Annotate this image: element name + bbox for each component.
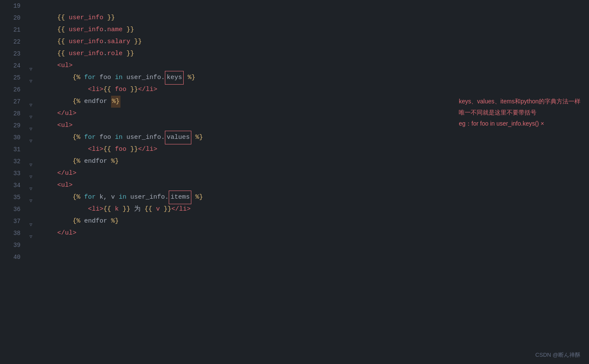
code-line-24: <ul> [42, 60, 589, 72]
code-line-29: <ul> [42, 120, 589, 132]
fold-icon[interactable]: ▽ [29, 219, 35, 224]
code-line-22: {{ user_info . salary }} [42, 36, 589, 48]
fold-icon[interactable]: ▽ [29, 159, 35, 164]
fold-icon[interactable]: ▽ [29, 231, 35, 236]
code-line-32: {% endfor %} [42, 156, 589, 167]
fold-icon[interactable]: ▽ [29, 183, 35, 188]
gutter: ▽ ▽ ▽ ▽ ▽ ▽ ▽ ▽ ▽ ▽ ▽ ▽ [26, 0, 38, 364]
fold-icon[interactable]: ▽ [29, 171, 35, 176]
fold-icon[interactable]: ▽ [29, 195, 35, 200]
keys-highlight: keys [165, 71, 184, 85]
fold-icon[interactable]: ▽ [29, 111, 35, 116]
values-highlight: values [165, 131, 191, 144]
line-numbers: 19 20 21 22 23 24 25 26 27 28 29 30 31 3… [0, 0, 26, 364]
code-line-31: <li> {{ foo }} </li> [42, 144, 589, 156]
code-line-30: {% for foo in user_info.values %} [42, 132, 589, 144]
code-line-33: </ul> [42, 167, 589, 179]
fold-icon[interactable]: ▽ [29, 135, 35, 140]
fold-icon[interactable]: ▽ [29, 75, 35, 80]
code-line-37: {% endfor %} [42, 215, 589, 227]
code-editor: 19 20 21 22 23 24 25 26 27 28 29 30 31 3… [0, 0, 589, 364]
code-area: {{ user_info }} {{ user_info . name }} {… [38, 0, 589, 364]
code-line-40 [42, 251, 589, 263]
code-line-34: <ul> [42, 179, 589, 191]
code-line-23: {{ user_info . role }} [42, 48, 589, 60]
code-line-26: <li> {{ foo }} </li> [42, 84, 589, 96]
code-line-38: </ul> [42, 227, 589, 239]
code-line-27: {% endfor %} [42, 96, 589, 108]
endfor-highlight-27: %} [111, 96, 120, 108]
code-line-39 [42, 239, 589, 251]
code-line-19 [42, 0, 589, 12]
code-line-36: <li> {{ k }} 为 {{ v }} </li> [42, 203, 589, 215]
code-line-25: {% for foo in user_info.keys %} [42, 72, 589, 84]
code-line-20: {{ user_info }} [42, 12, 589, 24]
fold-icon[interactable]: ▽ [29, 63, 35, 68]
fold-icon[interactable]: ▽ [29, 99, 35, 104]
code-line-21: {{ user_info . name }} [42, 24, 589, 36]
code-line-35: {% for k, v in user_info.items %} [42, 191, 589, 203]
watermark: CSDN @断ん禅酥 [535, 351, 580, 359]
items-highlight: items [169, 191, 191, 204]
code-line-28: </ul> [42, 108, 589, 120]
fold-icon[interactable]: ▽ [29, 123, 35, 128]
